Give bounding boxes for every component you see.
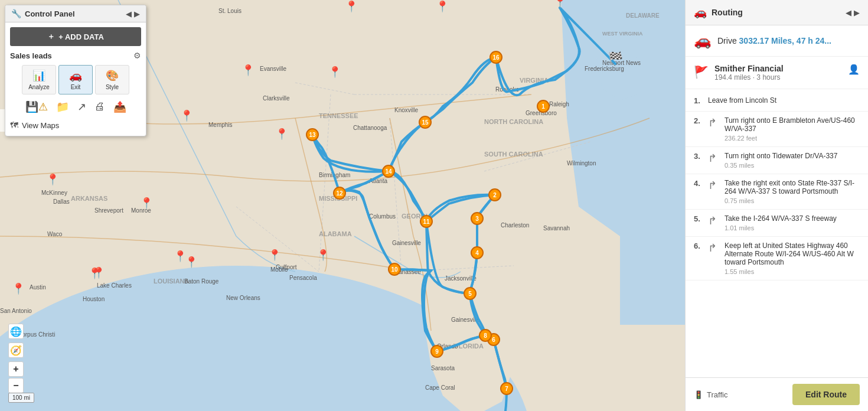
routing-nav-arrows[interactable]: ◀ ▶ [846,8,860,17]
step-item-2: 2. ↱ Turn right onto E Brambleton Ave/US… [686,112,868,147]
red-pin: 📍 [436,0,449,13]
zoom-out-button[interactable]: − [8,378,24,393]
print-icon[interactable]: 🖨 [92,99,107,115]
share-icon[interactable]: ↗ [75,99,89,115]
drive-miles: 3032.17 Miles, [739,36,794,45]
route-marker-15[interactable]: 15 [419,116,432,129]
export-icon[interactable]: 📤 [111,99,129,115]
compass-icon[interactable]: 🧭 [8,342,24,358]
svg-text:Savannah: Savannah [543,225,570,231]
cp-header: 🔧 Control Panel ◀ ▶ [5,5,146,22]
map-small-icon: 🗺 [10,120,18,130]
wrench-icon: 🔧 [11,9,21,18]
plus-icon: ＋ [47,31,55,42]
step-dist-3: 0.35 miles [725,162,860,169]
step-arrow-3: ↱ [708,152,720,165]
view-maps-row[interactable]: 🗺 View Maps [10,119,141,131]
svg-text:McKinney: McKinney [41,190,67,196]
route-marker-7[interactable]: 7 [500,382,513,395]
cp-toolbar: 📊 Analyze 🚗 Exit 🎨 Style [10,65,141,94]
map-container[interactable]: ARKANSAS TENNESSEE MISSISSIPPI ALABAMA G… [0,0,685,411]
step-item-6: 6. ↱ Keep left at United States Highway … [686,237,868,280]
routing-car-header-icon: 🚗 [694,6,707,19]
analyze-label: Analyze [28,84,50,90]
globe-icon[interactable]: 🌐 [8,324,24,339]
svg-text:Waco: Waco [47,231,63,237]
red-pin: 📍 [180,109,193,122]
step-dist-6: 1.55 miles [725,268,860,275]
exit-label: Exit [71,84,81,90]
svg-text:SOUTH CAROLINA: SOUTH CAROLINA [484,151,543,158]
step-arrow-5: ↱ [708,214,720,227]
routing-panel: 🚗 Routing ◀ ▶ 🚗 Drive 3032.17 Miles, 47 … [685,0,868,411]
routing-drive-icon: 🚗 [694,32,712,49]
svg-text:San Antonio: San Antonio [0,308,32,314]
route-marker-9[interactable]: 9 [430,345,443,358]
gear-icon[interactable]: ⚙ [133,51,141,60]
route-marker-4[interactable]: 4 [471,246,484,259]
style-tool[interactable]: 🎨 Style [95,65,129,94]
svg-text:Clarksville: Clarksville [263,95,290,102]
svg-text:Charleston: Charleston [501,222,529,229]
add-data-label: + ADD DATA [58,32,104,41]
cp-body: ＋ + ADD DATA Sales leads ⚙ 📊 Analyze 🚗 E… [5,22,146,136]
route-marker-1[interactable]: 1 [537,100,550,113]
route-marker-11[interactable]: 11 [420,215,433,228]
style-label: Style [106,84,119,90]
dest-sub: 194.4 miles · 3 hours [714,73,784,81]
routing-content[interactable]: 🚩 Smither Financial 194.4 miles · 3 hour… [686,57,868,377]
svg-text:NORTH CAROLINA: NORTH CAROLINA [484,118,543,125]
cp-nav-arrows[interactable]: ◀ ▶ [126,9,140,18]
cp-title: Control Panel [25,9,75,18]
route-marker-8[interactable]: 8 [479,329,492,342]
route-marker-10[interactable]: 10 [388,263,401,276]
svg-text:New Orleans: New Orleans [226,295,260,301]
svg-text:WEST VIRGINIA: WEST VIRGINIA [602,31,643,37]
folder-icon[interactable]: 📁 [54,99,71,115]
routing-title: Routing [712,8,743,17]
route-marker-2[interactable]: 2 [488,188,501,201]
svg-text:Austin: Austin [30,284,46,291]
route-marker-16[interactable]: 16 [490,51,502,64]
route-marker-12[interactable]: 12 [333,187,346,200]
step-arrow-4: ↱ [708,179,720,192]
edit-route-button[interactable]: Edit Route [792,384,860,405]
step-dist-2: 236.22 feet [725,135,860,142]
sales-leads-label: Sales leads [10,51,52,60]
step-num-2: 2. [694,116,703,125]
red-pin: 📍 [316,249,329,262]
step-arrow-6: ↱ [708,242,720,255]
routing-footer: 🚦 Traffic Edit Route [686,377,868,411]
zoom-in-button[interactable]: + [8,361,24,377]
add-data-button[interactable]: ＋ + ADD DATA [10,27,141,46]
route-marker-13[interactable]: 13 [306,128,319,141]
step-item-3: 3. ↱ Turn right onto Tidewater Dr/VA-337… [686,147,868,174]
routing-header-left: 🚗 Routing [694,6,743,19]
traffic-icon: 🚦 [694,390,703,399]
svg-text:Baton Rouge: Baton Rouge [184,278,219,285]
cp-actions: 💾⚠ 📁 ↗ 🖨 📤 [10,99,141,115]
routing-drive: 🚗 Drive 3032.17 Miles, 47 h 24... [686,25,868,57]
analyze-tool[interactable]: 📊 Analyze [22,65,56,94]
svg-text:Cape Coral: Cape Coral [425,384,455,391]
step-item-4: 4. ↱ Take the right exit onto State Rte-… [686,174,868,210]
flag-icon: 🚩 [694,65,709,79]
red-pin: 📍 [328,66,341,79]
sales-leads-row: Sales leads ⚙ [10,51,141,60]
route-marker-3[interactable]: 3 [471,212,484,225]
svg-text:TENNESSEE: TENNESSEE [319,112,358,119]
route-marker-5[interactable]: 5 [464,287,477,300]
step-text-2: Turn right onto E Brambleton Ave/US-460 … [725,116,860,142]
svg-text:DELAWARE: DELAWARE [626,12,660,19]
svg-text:Knoxville: Knoxville [394,107,418,113]
user-icon[interactable]: 👤 [848,64,860,75]
traffic-button[interactable]: 🚦 Traffic [694,390,727,399]
svg-text:Gulfport: Gulfport [276,264,297,270]
dest-name: Smither Financial [714,64,784,73]
route-marker-14[interactable]: 14 [382,165,395,178]
step-text-4: Take the right exit onto State Rte-337 S… [725,179,860,204]
step-item-5: 5. ↱ Take the I-264 W/VA-337 S freeway 1… [686,210,868,237]
svg-text:Dallas: Dallas [53,198,70,205]
save-warning-icon[interactable]: 💾⚠ [23,99,50,115]
exit-tool[interactable]: 🚗 Exit [58,65,93,94]
